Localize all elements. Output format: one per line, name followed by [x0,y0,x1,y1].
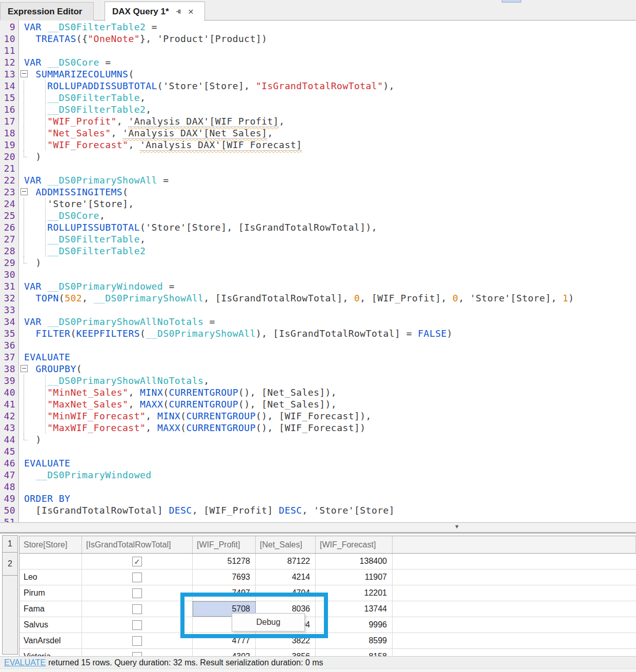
code-line[interactable]: 49ORDER BY [0,493,636,504]
evaluate-link[interactable]: EVALUATE [4,658,46,667]
code-line[interactable]: 43 "MaxWIF_Forecast", MAXX(CURRENTGROUP(… [0,422,636,434]
checkbox-unchecked[interactable] [132,620,142,630]
code-line[interactable]: 24 'Store'[Store], [0,198,636,210]
checkbox-unchecked[interactable] [132,604,142,614]
code-line[interactable]: 31VAR __DS0PrimaryWindowed = [0,280,636,292]
checkbox-checked[interactable]: ✓ [132,557,142,566]
tab-expression-editor[interactable]: Expression Editor [0,2,94,21]
code-line[interactable]: 34VAR __DS0PrimaryShowAllNoTotals = [0,316,636,328]
value-cell[interactable]: 3856 [256,649,316,656]
code-line[interactable]: 32 TOPN(502, __DS0PrimaryShowAll, [IsGra… [0,292,636,304]
code-line[interactable]: 37EVALUATE [0,351,636,363]
code-line[interactable]: 33 [0,304,636,316]
code-line[interactable]: 42 "MinWIF_Forecast", MINX(CURRENTGROUP(… [0,410,636,422]
code-line[interactable]: 19 "WIF_Forecast", 'Analysis DAX'[WIF Fo… [0,139,636,151]
code-line[interactable]: 30 [0,269,636,280]
value-cell[interactable]: 4214 [256,569,316,585]
checkbox-unchecked[interactable] [132,652,142,657]
code-line[interactable]: 44 ) [0,434,636,445]
code-line[interactable]: 36 [0,339,636,351]
code-line[interactable]: 47 __DS0PrimaryWindowed [0,469,636,481]
store-cell[interactable]: Fama [19,601,82,617]
code-line[interactable]: 35 FILTER(KEEPFILTERS(__DS0PrimaryShowAl… [0,328,636,339]
code-line[interactable]: 14 ROLLUPADDISSUBTOTAL('Store'[Store], "… [0,80,636,92]
row-header-cell[interactable]: 2 [2,552,18,576]
checkbox-unchecked[interactable] [132,573,142,582]
value-cell[interactable] [393,649,636,656]
code-line[interactable]: 48 [0,481,636,493]
value-cell[interactable]: 87122 [256,554,316,569]
store-cell[interactable] [19,554,82,569]
code-line[interactable]: 9VAR __DS0FilterTable2 = [0,21,636,33]
code-line[interactable]: 46EVALUATE [0,457,636,469]
value-cell[interactable] [393,633,636,648]
dax-code-editor[interactable]: 9VAR __DS0FilterTable2 =10 TREATAS({"One… [0,21,636,522]
code-line[interactable]: 50 [IsGrandTotalRowTotal] DESC, [WIF_Pro… [0,504,636,516]
checkbox-cell[interactable] [82,585,193,601]
code-line[interactable]: 18 "Net_Sales", 'Analysis DAX'[Net Sales… [0,127,636,139]
code-line[interactable]: 13 SUMMARIZECOLUMNS( [0,68,636,80]
checkbox-cell[interactable] [82,617,193,633]
checkbox-cell[interactable] [82,569,193,585]
value-cell[interactable] [393,554,636,569]
checkbox-unchecked[interactable] [132,588,142,598]
code-line[interactable]: 10 TREATAS({"OneNote"}, 'Product'[Produc… [0,33,636,45]
column-header[interactable]: [Net_Sales] [256,536,316,553]
value-cell[interactable]: 138400 [316,554,393,569]
column-header[interactable]: Store[Store] [19,536,82,553]
code-line[interactable]: 38 GROUPBY( [0,363,636,375]
column-header[interactable]: [IsGrandTotalRowTotal] [82,536,193,553]
code-line[interactable]: 27 __DS0FilterTable, [0,233,636,245]
column-header-filler[interactable] [393,536,636,553]
checkbox-cell[interactable] [82,649,193,656]
value-cell[interactable] [393,601,636,617]
value-cell[interactable]: 8158 [316,649,393,656]
value-cell[interactable] [393,585,636,601]
code-line[interactable]: 20 ) [0,151,636,162]
checkbox-cell[interactable]: ✓ [82,554,193,569]
value-cell[interactable]: 4302 [193,649,256,656]
store-cell[interactable]: Leo [19,569,82,585]
value-cell[interactable] [393,617,636,633]
store-cell[interactable]: Salvus [19,617,82,633]
tab-dax-query-1[interactable]: DAX Query 1* ✕ [105,2,205,21]
code-line[interactable]: 28 __DS0FilterTable2 [0,245,636,257]
code-line[interactable]: 21 [0,162,636,174]
code-line[interactable]: 17 "WIF_Profit", 'Analysis DAX'[WIF Prof… [0,115,636,127]
checkbox-unchecked[interactable] [132,636,142,646]
column-header[interactable]: [WIF_Forecast] [316,536,393,553]
checkbox-cell[interactable] [82,633,193,648]
store-cell[interactable]: Victoria [19,649,82,656]
code-line[interactable]: 23 ADDMISSINGITEMS( [0,186,636,198]
table-row[interactable]: Victoria430238568158 [19,649,636,656]
code-line[interactable]: 16 __DS0FilterTable2, [0,104,636,115]
table-row[interactable]: ✓5127887122138400 [19,554,636,569]
value-cell[interactable]: 7693 [193,569,256,585]
code-line[interactable]: 41 "MaxNet_Sales", MAXX(CURRENTGROUP(), … [0,398,636,410]
code-line[interactable]: 29 ) [0,257,636,269]
store-cell[interactable]: Pirum [19,585,82,601]
code-line[interactable]: 11 [0,45,636,56]
table-row[interactable]: Leo7693421411907 [19,569,636,585]
editor-results-splitter[interactable]: ▼ [0,522,636,534]
code-line[interactable]: 12VAR __DS0Core = [0,56,636,68]
code-line[interactable]: 26 ROLLUPISSUBTOTAL('Store'[Store], [IsG… [0,221,636,233]
store-cell[interactable]: VanArsdel [19,633,82,648]
close-icon[interactable]: ✕ [188,8,194,16]
collapse-splitter-icon[interactable]: ▼ [454,523,460,530]
column-header[interactable]: [WIF_Profit] [193,536,256,553]
checkbox-cell[interactable] [82,601,193,617]
code-line[interactable]: 39 __DS0PrimaryShowAllNoTotals, [0,375,636,386]
code-line[interactable]: 45 [0,445,636,457]
code-line[interactable]: 25 __DS0Core, [0,210,636,221]
code-line[interactable]: 40 "MinNet_Sales", MINX(CURRENTGROUP(), … [0,386,636,398]
code-line[interactable]: 15 __DS0FilterTable, [0,92,636,104]
toolbar-button-partial[interactable] [502,0,521,3]
row-header-cell[interactable]: 1 [2,535,18,553]
value-cell[interactable]: 11907 [316,569,393,585]
code-line[interactable]: 22VAR __DS0PrimaryShowAll = [0,174,636,186]
row-header-cell[interactable] [2,575,18,655]
value-cell[interactable]: 51278 [193,554,256,569]
code-line[interactable]: 51 [0,516,636,522]
value-cell[interactable] [393,569,636,585]
